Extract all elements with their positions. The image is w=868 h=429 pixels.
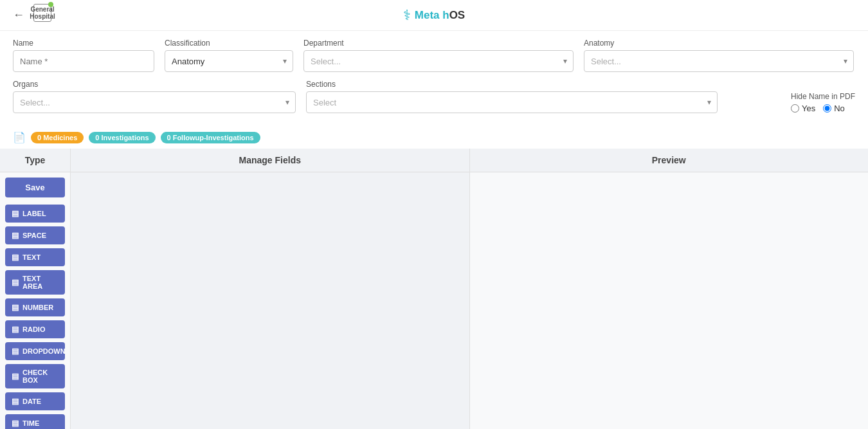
time-button[interactable]: ▤ TIME (5, 414, 65, 429)
checkbox-icon: ▤ (12, 372, 19, 381)
classification-group: Classification Anatomy Other ▾ (165, 39, 293, 72)
preview-header: Preview (470, 149, 869, 172)
medicines-badge[interactable]: 0 Medicines (31, 132, 84, 143)
label-button[interactable]: ▤ LABEL (5, 205, 65, 223)
department-group: Department Select... ▾ (303, 39, 574, 72)
manage-fields-header: Manage Fields (71, 149, 469, 172)
form-area: Name Classification Anatomy Other ▾ Depa… (0, 31, 868, 126)
classification-select[interactable]: Anatomy Other (165, 50, 293, 72)
dropdown-icon: ▤ (12, 347, 19, 356)
hide-name-group: Hide Name in PDF Yes No (791, 92, 855, 113)
text-icon: ▤ (12, 253, 19, 262)
space-button[interactable]: ▤ SPACE (5, 226, 65, 244)
date-button[interactable]: ▤ DATE (5, 392, 65, 410)
hospital-logo: GeneralHospital (33, 4, 51, 22)
textarea-icon: ▤ (12, 278, 19, 287)
label-icon: ▤ (12, 209, 19, 218)
radio-no[interactable] (823, 104, 831, 113)
checkbox-button[interactable]: ▤ CHECK BOX (5, 364, 65, 388)
logo-text: Meta hOS (415, 9, 465, 22)
dropdown-button[interactable]: ▤ DROPDOWN (5, 342, 65, 360)
hide-name-radio-group: Yes No (791, 104, 855, 113)
organs-label: Organs (13, 80, 296, 89)
document-icon: 📄 (13, 131, 26, 143)
sections-group: Sections Select ▾ (306, 80, 718, 113)
back-button[interactable]: ← (13, 8, 24, 22)
form-row-1: Name Classification Anatomy Other ▾ Depa… (13, 39, 855, 72)
main-layout: Type Save ▤ LABEL ▤ SPACE ▤ TEXT ▤ TEXT … (0, 149, 868, 429)
name-label: Name (13, 39, 154, 48)
name-input[interactable] (13, 50, 154, 72)
badges-row: 📄 0 Medicines 0 Investigations 0 Followu… (0, 126, 868, 149)
form-row-2: Organs Select... ▾ Sections Select ▾ Hid… (13, 80, 855, 113)
app-logo: ⚕ Meta hOS (403, 7, 465, 24)
organs-select[interactable]: Select... (13, 91, 296, 113)
classification-label: Classification (165, 39, 293, 48)
radio-button[interactable]: ▤ RADIO (5, 320, 65, 338)
radio-no-label[interactable]: No (823, 104, 845, 113)
anatomy-label: Anatomy (584, 39, 854, 48)
type-header: Type (0, 149, 70, 172)
type-sidebar: Type Save ▤ LABEL ▤ SPACE ▤ TEXT ▤ TEXT … (0, 149, 71, 429)
followup-badge[interactable]: 0 Followup-Investigations (161, 132, 260, 143)
name-group: Name (13, 39, 154, 72)
preview-panel: Preview (470, 149, 869, 429)
manage-fields-panel: Manage Fields (71, 149, 470, 429)
stethoscope-icon: ⚕ (403, 7, 411, 24)
space-icon: ▤ (12, 231, 19, 240)
time-icon: ▤ (12, 419, 19, 428)
text-button[interactable]: ▤ TEXT (5, 248, 65, 266)
radio-yes-label[interactable]: Yes (791, 104, 815, 113)
hospital-dot (48, 2, 53, 7)
sections-label: Sections (306, 80, 718, 89)
date-icon: ▤ (12, 397, 19, 406)
investigations-badge[interactable]: 0 Investigations (89, 132, 155, 143)
textarea-button[interactable]: ▤ TEXT AREA (5, 270, 65, 295)
header: ← GeneralHospital ⚕ Meta hOS (0, 0, 868, 31)
department-select[interactable]: Select... (303, 50, 574, 72)
radio-icon: ▤ (12, 325, 19, 334)
anatomy-select[interactable]: Select... (584, 50, 854, 72)
hide-name-label: Hide Name in PDF (791, 92, 855, 101)
department-label: Department (303, 39, 574, 48)
radio-yes[interactable] (791, 104, 799, 113)
number-button[interactable]: ▤ NUMBER (5, 298, 65, 316)
hospital-name: GeneralHospital (30, 6, 55, 20)
number-icon: ▤ (12, 303, 19, 312)
save-button[interactable]: Save (5, 178, 65, 197)
anatomy-group: Anatomy Select... ▾ (584, 39, 854, 72)
organs-group: Organs Select... ▾ (13, 80, 296, 113)
sections-select[interactable]: Select (306, 91, 718, 113)
